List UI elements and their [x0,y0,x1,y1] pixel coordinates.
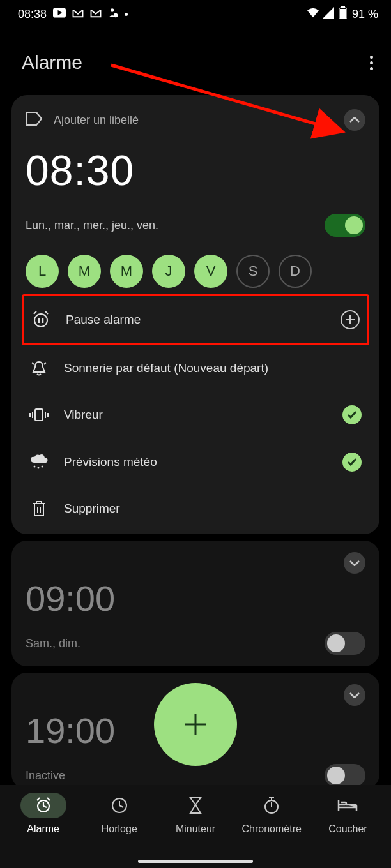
alarm-toggle[interactable] [325,214,365,237]
nav-timer[interactable]: Minuteur [157,793,233,855]
svg-line-33 [119,805,123,807]
clock-icon [111,797,128,814]
nav-alarm[interactable]: Alarme [5,793,81,855]
status-left: 08:38 [18,8,128,21]
delete-label: Supprimer [64,502,120,516]
svg-point-1 [111,8,114,11]
weather-row[interactable]: Prévisions météo [26,438,365,486]
pause-alarm-label: Pause alarme [66,313,141,327]
day-tue[interactable]: M [68,255,101,288]
bottom-nav: Alarme Horloge Minuteur Chronomètre Couc… [0,785,391,868]
nav-clock[interactable]: Horloge [81,793,157,855]
trash-icon [29,500,49,518]
expand-button[interactable] [344,552,365,574]
svg-rect-16 [35,409,43,421]
plus-icon [183,712,208,737]
svg-line-30 [47,798,50,800]
nav-clock-label: Horloge [102,823,137,835]
highlight-annotation: Pause alarme [22,294,369,345]
notification-dot [125,13,128,16]
svg-line-9 [45,311,48,314]
day-sat[interactable]: S [236,255,270,288]
vibrate-checkbox[interactable] [342,405,362,424]
hourglass-icon [188,797,203,814]
nav-stopwatch[interactable]: Chronomètre [234,793,310,855]
svg-point-23 [42,466,43,468]
chevron-up-icon [349,117,360,123]
weather-label: Prévisions météo [64,455,157,469]
chevron-down-icon [349,692,360,698]
svg-line-28 [43,806,47,807]
ringtone-label: Sonnerie par défaut (Nouveau départ) [64,361,268,375]
days-summary: Lun., mar., mer., jeu., ven. [26,219,158,232]
notification-icon [108,8,118,21]
weather-checkbox[interactable] [342,453,362,472]
add-alarm-fab[interactable] [154,683,237,766]
alarm-icon [34,797,52,814]
signal-icon [323,7,334,22]
svg-point-7 [34,314,47,327]
alarm-toggle[interactable] [325,632,365,655]
alarm-time[interactable]: 08:30 [26,146,365,195]
weather-icon [29,454,49,470]
more-options-button[interactable] [370,56,373,70]
check-icon [347,410,357,419]
page-title: Alarme [22,52,82,73]
alarm-toggle[interactable] [325,764,365,787]
nav-bedtime[interactable]: Coucher [310,793,386,855]
day-mon[interactable]: L [26,255,59,288]
svg-line-15 [44,363,46,364]
bell-icon [29,359,49,377]
bed-icon [337,798,358,812]
nav-alarm-label: Alarme [27,823,59,835]
label-icon [26,112,42,129]
alarm-card-expanded: Ajouter un libellé 08:30 Lun., mar., mer… [12,95,379,534]
collapse-button[interactable] [344,109,365,131]
nav-timer-label: Minuteur [176,823,215,835]
status-right: 91 % [306,6,378,22]
weekday-selector: L M M J V S D [26,255,365,288]
svg-line-29 [37,798,40,800]
vibrate-row[interactable]: Vibreur [26,391,365,438]
days-summary: Sam., dim. [26,637,80,650]
day-thu[interactable]: J [152,255,185,288]
svg-line-14 [32,363,34,364]
svg-rect-5 [340,9,346,19]
alarm-time[interactable]: 09:00 [26,578,365,619]
check-icon [347,458,357,467]
chevron-down-icon [349,560,360,566]
wifi-icon [306,7,320,22]
day-sun[interactable]: D [279,255,312,288]
vibrate-icon [29,407,49,423]
gmail-icon-2 [90,8,102,21]
app-header: Alarme [0,26,391,86]
battery-icon [339,6,347,22]
ringtone-row[interactable]: Sonnerie par défaut (Nouveau départ) [26,345,365,391]
pause-alarm-icon [31,310,50,329]
battery-percent: 91 % [352,8,378,21]
svg-point-2 [114,13,118,18]
stopwatch-icon [263,797,280,814]
add-pause-button[interactable] [341,310,360,329]
home-indicator[interactable] [138,860,253,863]
delete-row[interactable]: Supprimer [26,486,365,524]
pause-alarm-row[interactable]: Pause alarme [27,296,364,343]
youtube-icon [53,8,66,21]
status-bar: 08:38 91 % [0,0,391,26]
nav-stopwatch-label: Chronomètre [242,823,302,835]
svg-point-21 [34,466,36,468]
day-wed[interactable]: M [110,255,143,288]
status-text: Inactive [26,769,65,782]
svg-line-8 [34,311,36,314]
expand-button[interactable] [344,684,365,706]
label-placeholder: Ajouter un libellé [54,114,139,127]
day-fri[interactable]: V [194,255,227,288]
status-time: 08:38 [18,8,47,21]
plus-icon [345,315,355,325]
alarm-card-collapsed-1[interactable]: 09:00 Sam., dim. [12,541,379,666]
nav-bedtime-label: Coucher [328,823,367,835]
svg-point-22 [38,467,40,469]
gmail-icon [72,8,84,21]
vibrate-label: Vibreur [64,408,103,422]
add-label-button[interactable]: Ajouter un libellé [26,112,139,129]
